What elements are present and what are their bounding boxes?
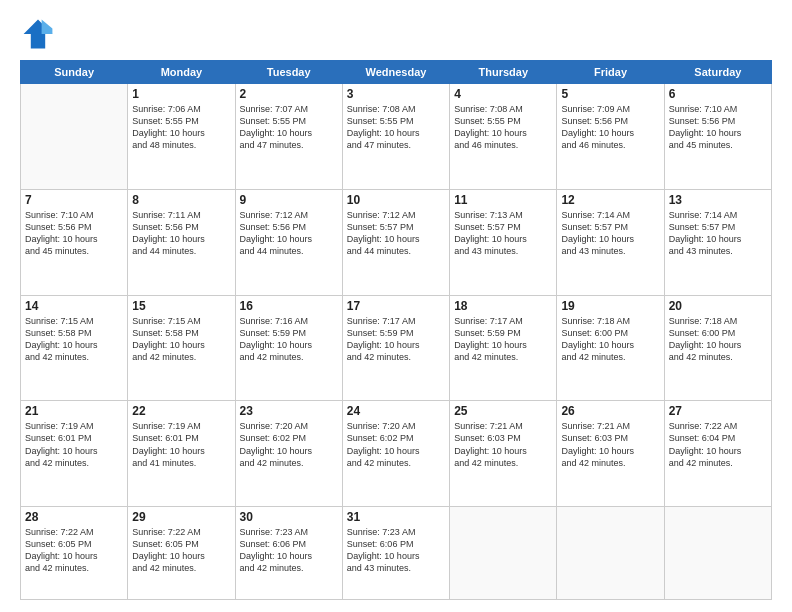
calendar-cell: [557, 507, 664, 600]
calendar-cell: 18Sunrise: 7:17 AM Sunset: 5:59 PM Dayli…: [450, 295, 557, 401]
day-number: 27: [669, 404, 767, 418]
logo: [20, 16, 60, 52]
cell-info: Sunrise: 7:12 AM Sunset: 5:57 PM Dayligh…: [347, 209, 445, 258]
cell-info: Sunrise: 7:08 AM Sunset: 5:55 PM Dayligh…: [454, 103, 552, 152]
day-number: 22: [132, 404, 230, 418]
day-number: 15: [132, 299, 230, 313]
day-number: 3: [347, 87, 445, 101]
calendar-cell: 28Sunrise: 7:22 AM Sunset: 6:05 PM Dayli…: [21, 507, 128, 600]
cell-info: Sunrise: 7:18 AM Sunset: 6:00 PM Dayligh…: [561, 315, 659, 364]
cell-info: Sunrise: 7:19 AM Sunset: 6:01 PM Dayligh…: [132, 420, 230, 469]
day-number: 26: [561, 404, 659, 418]
cell-info: Sunrise: 7:08 AM Sunset: 5:55 PM Dayligh…: [347, 103, 445, 152]
calendar-cell: [664, 507, 771, 600]
calendar-cell: 12Sunrise: 7:14 AM Sunset: 5:57 PM Dayli…: [557, 189, 664, 295]
day-number: 14: [25, 299, 123, 313]
day-number: 10: [347, 193, 445, 207]
day-number: 31: [347, 510, 445, 524]
calendar-week-row: 14Sunrise: 7:15 AM Sunset: 5:58 PM Dayli…: [21, 295, 772, 401]
cell-info: Sunrise: 7:16 AM Sunset: 5:59 PM Dayligh…: [240, 315, 338, 364]
cell-info: Sunrise: 7:22 AM Sunset: 6:04 PM Dayligh…: [669, 420, 767, 469]
cell-info: Sunrise: 7:17 AM Sunset: 5:59 PM Dayligh…: [347, 315, 445, 364]
day-number: 13: [669, 193, 767, 207]
day-number: 24: [347, 404, 445, 418]
weekday-header-saturday: Saturday: [664, 61, 771, 84]
calendar-week-row: 28Sunrise: 7:22 AM Sunset: 6:05 PM Dayli…: [21, 507, 772, 600]
cell-info: Sunrise: 7:14 AM Sunset: 5:57 PM Dayligh…: [669, 209, 767, 258]
day-number: 17: [347, 299, 445, 313]
calendar-cell: 27Sunrise: 7:22 AM Sunset: 6:04 PM Dayli…: [664, 401, 771, 507]
cell-info: Sunrise: 7:10 AM Sunset: 5:56 PM Dayligh…: [669, 103, 767, 152]
weekday-header-sunday: Sunday: [21, 61, 128, 84]
calendar-cell: 31Sunrise: 7:23 AM Sunset: 6:06 PM Dayli…: [342, 507, 449, 600]
calendar-week-row: 7Sunrise: 7:10 AM Sunset: 5:56 PM Daylig…: [21, 189, 772, 295]
calendar-cell: 1Sunrise: 7:06 AM Sunset: 5:55 PM Daylig…: [128, 84, 235, 190]
calendar-cell: 11Sunrise: 7:13 AM Sunset: 5:57 PM Dayli…: [450, 189, 557, 295]
day-number: 18: [454, 299, 552, 313]
calendar-cell: 14Sunrise: 7:15 AM Sunset: 5:58 PM Dayli…: [21, 295, 128, 401]
calendar-cell: 10Sunrise: 7:12 AM Sunset: 5:57 PM Dayli…: [342, 189, 449, 295]
cell-info: Sunrise: 7:06 AM Sunset: 5:55 PM Dayligh…: [132, 103, 230, 152]
cell-info: Sunrise: 7:22 AM Sunset: 6:05 PM Dayligh…: [132, 526, 230, 575]
calendar-cell: 17Sunrise: 7:17 AM Sunset: 5:59 PM Dayli…: [342, 295, 449, 401]
day-number: 5: [561, 87, 659, 101]
calendar-cell: [450, 507, 557, 600]
cell-info: Sunrise: 7:23 AM Sunset: 6:06 PM Dayligh…: [240, 526, 338, 575]
cell-info: Sunrise: 7:07 AM Sunset: 5:55 PM Dayligh…: [240, 103, 338, 152]
cell-info: Sunrise: 7:22 AM Sunset: 6:05 PM Dayligh…: [25, 526, 123, 575]
calendar-table: SundayMondayTuesdayWednesdayThursdayFrid…: [20, 60, 772, 600]
calendar-cell: 9Sunrise: 7:12 AM Sunset: 5:56 PM Daylig…: [235, 189, 342, 295]
cell-info: Sunrise: 7:11 AM Sunset: 5:56 PM Dayligh…: [132, 209, 230, 258]
day-number: 20: [669, 299, 767, 313]
day-number: 8: [132, 193, 230, 207]
calendar-cell: 5Sunrise: 7:09 AM Sunset: 5:56 PM Daylig…: [557, 84, 664, 190]
day-number: 21: [25, 404, 123, 418]
day-number: 12: [561, 193, 659, 207]
weekday-header-tuesday: Tuesday: [235, 61, 342, 84]
calendar-cell: 2Sunrise: 7:07 AM Sunset: 5:55 PM Daylig…: [235, 84, 342, 190]
calendar-cell: 21Sunrise: 7:19 AM Sunset: 6:01 PM Dayli…: [21, 401, 128, 507]
day-number: 1: [132, 87, 230, 101]
calendar-week-row: 1Sunrise: 7:06 AM Sunset: 5:55 PM Daylig…: [21, 84, 772, 190]
weekday-header-wednesday: Wednesday: [342, 61, 449, 84]
svg-marker-1: [42, 20, 53, 34]
cell-info: Sunrise: 7:23 AM Sunset: 6:06 PM Dayligh…: [347, 526, 445, 575]
cell-info: Sunrise: 7:20 AM Sunset: 6:02 PM Dayligh…: [240, 420, 338, 469]
cell-info: Sunrise: 7:09 AM Sunset: 5:56 PM Dayligh…: [561, 103, 659, 152]
calendar-cell: 26Sunrise: 7:21 AM Sunset: 6:03 PM Dayli…: [557, 401, 664, 507]
cell-info: Sunrise: 7:18 AM Sunset: 6:00 PM Dayligh…: [669, 315, 767, 364]
day-number: 16: [240, 299, 338, 313]
cell-info: Sunrise: 7:12 AM Sunset: 5:56 PM Dayligh…: [240, 209, 338, 258]
calendar-week-row: 21Sunrise: 7:19 AM Sunset: 6:01 PM Dayli…: [21, 401, 772, 507]
cell-info: Sunrise: 7:13 AM Sunset: 5:57 PM Dayligh…: [454, 209, 552, 258]
calendar-cell: 30Sunrise: 7:23 AM Sunset: 6:06 PM Dayli…: [235, 507, 342, 600]
calendar-cell: 3Sunrise: 7:08 AM Sunset: 5:55 PM Daylig…: [342, 84, 449, 190]
calendar-cell: 16Sunrise: 7:16 AM Sunset: 5:59 PM Dayli…: [235, 295, 342, 401]
calendar-cell: 29Sunrise: 7:22 AM Sunset: 6:05 PM Dayli…: [128, 507, 235, 600]
day-number: 23: [240, 404, 338, 418]
header: [20, 16, 772, 52]
calendar-cell: 8Sunrise: 7:11 AM Sunset: 5:56 PM Daylig…: [128, 189, 235, 295]
weekday-header-friday: Friday: [557, 61, 664, 84]
day-number: 4: [454, 87, 552, 101]
cell-info: Sunrise: 7:21 AM Sunset: 6:03 PM Dayligh…: [454, 420, 552, 469]
calendar-cell: 6Sunrise: 7:10 AM Sunset: 5:56 PM Daylig…: [664, 84, 771, 190]
weekday-header-row: SundayMondayTuesdayWednesdayThursdayFrid…: [21, 61, 772, 84]
cell-info: Sunrise: 7:20 AM Sunset: 6:02 PM Dayligh…: [347, 420, 445, 469]
day-number: 30: [240, 510, 338, 524]
calendar-cell: [21, 84, 128, 190]
calendar-cell: 4Sunrise: 7:08 AM Sunset: 5:55 PM Daylig…: [450, 84, 557, 190]
day-number: 2: [240, 87, 338, 101]
cell-info: Sunrise: 7:17 AM Sunset: 5:59 PM Dayligh…: [454, 315, 552, 364]
cell-info: Sunrise: 7:21 AM Sunset: 6:03 PM Dayligh…: [561, 420, 659, 469]
weekday-header-monday: Monday: [128, 61, 235, 84]
page: SundayMondayTuesdayWednesdayThursdayFrid…: [0, 0, 792, 612]
day-number: 9: [240, 193, 338, 207]
logo-icon: [20, 16, 56, 52]
calendar-cell: 22Sunrise: 7:19 AM Sunset: 6:01 PM Dayli…: [128, 401, 235, 507]
calendar-cell: 7Sunrise: 7:10 AM Sunset: 5:56 PM Daylig…: [21, 189, 128, 295]
day-number: 29: [132, 510, 230, 524]
calendar-cell: 20Sunrise: 7:18 AM Sunset: 6:00 PM Dayli…: [664, 295, 771, 401]
calendar-cell: 24Sunrise: 7:20 AM Sunset: 6:02 PM Dayli…: [342, 401, 449, 507]
weekday-header-thursday: Thursday: [450, 61, 557, 84]
